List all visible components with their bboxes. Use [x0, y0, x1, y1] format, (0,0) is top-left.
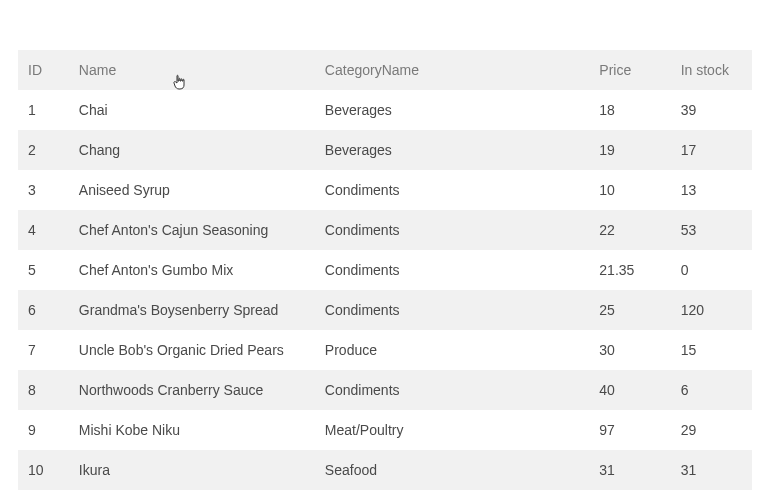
header-id[interactable]: ID	[18, 50, 69, 90]
cell-name: Chef Anton's Gumbo Mix	[69, 250, 315, 290]
table-row[interactable]: 7Uncle Bob's Organic Dried PearsProduce3…	[18, 330, 752, 370]
cell-category: Condiments	[315, 170, 589, 210]
cell-stock: 15	[671, 330, 752, 370]
cell-category: Condiments	[315, 210, 589, 250]
cell-id: 2	[18, 130, 69, 170]
products-table[interactable]: ID Name CategoryName Price In stock 1Cha…	[18, 50, 752, 490]
cell-category: Condiments	[315, 250, 589, 290]
cell-stock: 31	[671, 450, 752, 490]
cell-name: Chai	[69, 90, 315, 130]
cell-id: 10	[18, 450, 69, 490]
table-row[interactable]: 3Aniseed SyrupCondiments1013	[18, 170, 752, 210]
cell-price: 31	[589, 450, 670, 490]
cell-stock: 53	[671, 210, 752, 250]
cell-name: Ikura	[69, 450, 315, 490]
cell-category: Beverages	[315, 90, 589, 130]
cell-id: 5	[18, 250, 69, 290]
cell-id: 4	[18, 210, 69, 250]
cell-id: 6	[18, 290, 69, 330]
cell-id: 1	[18, 90, 69, 130]
cell-price: 25	[589, 290, 670, 330]
cell-stock: 6	[671, 370, 752, 410]
cell-stock: 0	[671, 250, 752, 290]
cell-name: Grandma's Boysenberry Spread	[69, 290, 315, 330]
cell-name: Mishi Kobe Niku	[69, 410, 315, 450]
cell-id: 8	[18, 370, 69, 410]
cell-name: Chef Anton's Cajun Seasoning	[69, 210, 315, 250]
table-row[interactable]: 6Grandma's Boysenberry SpreadCondiments2…	[18, 290, 752, 330]
cell-id: 3	[18, 170, 69, 210]
cell-category: Seafood	[315, 450, 589, 490]
cell-category: Condiments	[315, 290, 589, 330]
table-row[interactable]: 4Chef Anton's Cajun SeasoningCondiments2…	[18, 210, 752, 250]
cell-price: 18	[589, 90, 670, 130]
cell-stock: 120	[671, 290, 752, 330]
table-row[interactable]: 5Chef Anton's Gumbo MixCondiments21.350	[18, 250, 752, 290]
cell-price: 40	[589, 370, 670, 410]
cell-price: 10	[589, 170, 670, 210]
header-category[interactable]: CategoryName	[315, 50, 589, 90]
cell-category: Produce	[315, 330, 589, 370]
cell-id: 9	[18, 410, 69, 450]
cell-name: Aniseed Syrup	[69, 170, 315, 210]
table-row[interactable]: 1ChaiBeverages1839	[18, 90, 752, 130]
table-row[interactable]: 10IkuraSeafood3131	[18, 450, 752, 490]
cell-price: 21.35	[589, 250, 670, 290]
cell-category: Beverages	[315, 130, 589, 170]
table-row[interactable]: 2ChangBeverages1917	[18, 130, 752, 170]
table-header: ID Name CategoryName Price In stock	[18, 50, 752, 90]
cell-price: 30	[589, 330, 670, 370]
cell-price: 97	[589, 410, 670, 450]
cell-stock: 39	[671, 90, 752, 130]
cell-category: Meat/Poultry	[315, 410, 589, 450]
table-row[interactable]: 8Northwoods Cranberry SauceCondiments406	[18, 370, 752, 410]
table-row[interactable]: 9Mishi Kobe NikuMeat/Poultry9729	[18, 410, 752, 450]
header-stock[interactable]: In stock	[671, 50, 752, 90]
header-name[interactable]: Name	[69, 50, 315, 90]
cell-price: 19	[589, 130, 670, 170]
cell-price: 22	[589, 210, 670, 250]
cell-name: Northwoods Cranberry Sauce	[69, 370, 315, 410]
cell-stock: 13	[671, 170, 752, 210]
cell-category: Condiments	[315, 370, 589, 410]
table-body: 1ChaiBeverages18392ChangBeverages19173An…	[18, 90, 752, 490]
header-price[interactable]: Price	[589, 50, 670, 90]
cell-stock: 29	[671, 410, 752, 450]
cell-id: 7	[18, 330, 69, 370]
cell-name: Uncle Bob's Organic Dried Pears	[69, 330, 315, 370]
cell-name: Chang	[69, 130, 315, 170]
cell-stock: 17	[671, 130, 752, 170]
